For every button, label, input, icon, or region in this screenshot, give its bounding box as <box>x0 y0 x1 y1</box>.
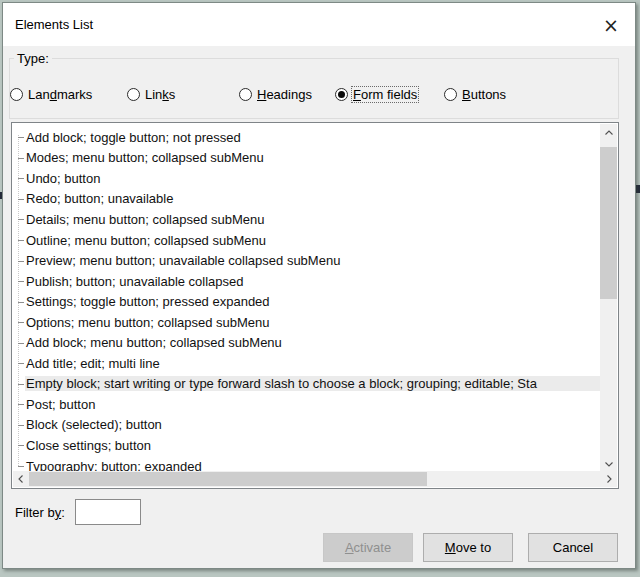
type-groupbox-label: Type: <box>14 51 52 66</box>
dialog-button-row: ActivateMove toCancel <box>3 533 637 563</box>
tree-line-dash-icon <box>18 199 24 200</box>
filter-row: Filter by: <box>15 499 141 525</box>
filter-label: Filter by: <box>15 505 65 520</box>
dialog-button[interactable]: Activate <box>323 533 413 562</box>
tree-item-label: Add title; edit; multi line <box>25 356 600 371</box>
tree-item-label: Add block; toggle button; not pressed <box>25 130 600 145</box>
type-radio-option[interactable]: Links <box>127 86 176 103</box>
filter-input[interactable] <box>75 499 141 525</box>
horizontal-scrollbar-thumb[interactable] <box>29 472 427 486</box>
tree-line-dash-icon <box>18 425 24 426</box>
dialog-title: Elements List <box>15 17 93 32</box>
tree-item[interactable]: Post; button <box>13 394 600 415</box>
tree-line-dash-icon <box>18 466 24 467</box>
type-groupbox: Type: Links Headings Form fields Buttons… <box>9 58 619 119</box>
tree-line-dash-icon <box>18 302 24 303</box>
radio-button-icon[interactable] <box>444 88 457 101</box>
tree-line-dash-icon <box>18 240 24 241</box>
tree-item-label: Redo; button; unavailable <box>25 191 600 206</box>
tree-item[interactable]: Add title; edit; multi line <box>13 353 600 374</box>
tree-item-label: Modes; menu button; collapsed subMenu <box>25 150 600 165</box>
radio-button-icon[interactable] <box>335 88 348 101</box>
tree-item[interactable]: Preview; menu button; unavailable collap… <box>13 250 600 271</box>
tree-item[interactable]: Details; menu button; collapsed subMenu <box>13 209 600 230</box>
tree-item-label: Post; button <box>25 397 600 412</box>
tree-line-dash-icon <box>18 384 24 385</box>
tree-item[interactable]: Modes; menu button; collapsed subMenu <box>13 148 600 169</box>
type-radio-option[interactable]: Headings <box>239 86 313 103</box>
tree-line-dash-icon <box>18 158 24 159</box>
tree-item[interactable]: Close settings; button <box>13 435 600 456</box>
tree-line-dash-icon <box>18 445 24 446</box>
elements-tree-list[interactable]: Add block; toggle button; not pressed Mo… <box>11 122 619 489</box>
tree-line-dash-icon <box>18 322 24 323</box>
tree-item[interactable]: Undo; button <box>13 168 600 189</box>
tree-item[interactable]: Publish; button; unavailable collapsed <box>13 271 600 292</box>
tree-items-viewport: Add block; toggle button; not pressed Mo… <box>13 124 600 471</box>
chevron-right-icon[interactable] <box>601 471 617 487</box>
tree-item-label: Settings; toggle button; pressed expande… <box>25 294 600 309</box>
radio-option-label: Links <box>144 87 176 102</box>
tree-line-dash-icon <box>18 343 24 344</box>
tree-line-dash-icon <box>18 404 24 405</box>
chevron-down-icon[interactable] <box>600 455 617 472</box>
dialog-button[interactable]: Cancel <box>528 533 618 562</box>
radio-option-label: Headings <box>256 87 313 102</box>
radio-option-label: Form fields <box>352 87 418 102</box>
close-icon[interactable]: × <box>597 11 625 38</box>
tree-item-label: Publish; button; unavailable collapsed <box>25 274 600 289</box>
tree-item-label: Details; menu button; collapsed subMenu <box>25 212 600 227</box>
tree-item-label: Outline; menu button; collapsed subMenu <box>25 233 600 248</box>
chevron-left-icon[interactable] <box>13 471 29 487</box>
tree-line-dash-icon <box>18 363 24 364</box>
type-radio-option[interactable]: Form fields <box>335 86 418 103</box>
tree-item[interactable]: Block (selected); button <box>13 415 600 436</box>
tree-item[interactable]: Typography; button; expanded <box>13 456 600 471</box>
tree-item[interactable]: Empty block; start writing or type forwa… <box>13 374 600 395</box>
tree-item[interactable]: Options; menu button; collapsed subMenu <box>13 312 600 333</box>
type-radio-option[interactable]: Landmarks <box>10 86 93 103</box>
tree-line-dash-icon <box>18 178 24 179</box>
tree-item-label: Block (selected); button <box>25 417 600 432</box>
tree-item-label: Undo; button <box>25 171 600 186</box>
horizontal-scrollbar[interactable] <box>13 471 617 487</box>
tree-line-dash-icon <box>18 219 24 220</box>
tree-item[interactable]: Redo; button; unavailable <box>13 189 600 210</box>
tree-line-dash-icon <box>18 137 24 138</box>
radio-option-label: Buttons <box>461 87 507 102</box>
tree-item[interactable]: Add block; toggle button; not pressed <box>13 127 600 148</box>
radio-button-icon[interactable] <box>239 88 252 101</box>
elements-list-dialog: Elements List × Type: Links Headings For… <box>2 2 636 569</box>
dialog-button[interactable]: Move to <box>423 533 513 562</box>
tree-item[interactable]: Add block; menu button; collapsed subMen… <box>13 332 600 353</box>
tree-line-dash-icon <box>18 281 24 282</box>
tree-item-label: Add block; menu button; collapsed subMen… <box>25 335 600 350</box>
tree-item-label: Empty block; start writing or type forwa… <box>25 376 600 391</box>
dialog-titlebar[interactable]: Elements List <box>3 3 635 46</box>
vertical-scrollbar[interactable] <box>600 124 617 472</box>
radio-button-icon[interactable] <box>127 88 140 101</box>
tree-item[interactable]: Settings; toggle button; pressed expande… <box>13 291 600 312</box>
radio-button-icon[interactable] <box>10 88 23 101</box>
tree-item-label: Preview; menu button; unavailable collap… <box>25 253 600 268</box>
chevron-up-icon[interactable] <box>600 124 617 141</box>
tree-item-label: Typography; button; expanded <box>25 459 600 471</box>
tree-item[interactable]: Outline; menu button; collapsed subMenu <box>13 230 600 251</box>
radio-option-label: Landmarks <box>27 87 93 102</box>
tree-item-label: Close settings; button <box>25 438 600 453</box>
vertical-scrollbar-thumb[interactable] <box>600 147 617 299</box>
tree-line-dash-icon <box>18 261 24 262</box>
type-radio-option[interactable]: Buttons <box>444 86 507 103</box>
tree-item-label: Options; menu button; collapsed subMenu <box>25 315 600 330</box>
